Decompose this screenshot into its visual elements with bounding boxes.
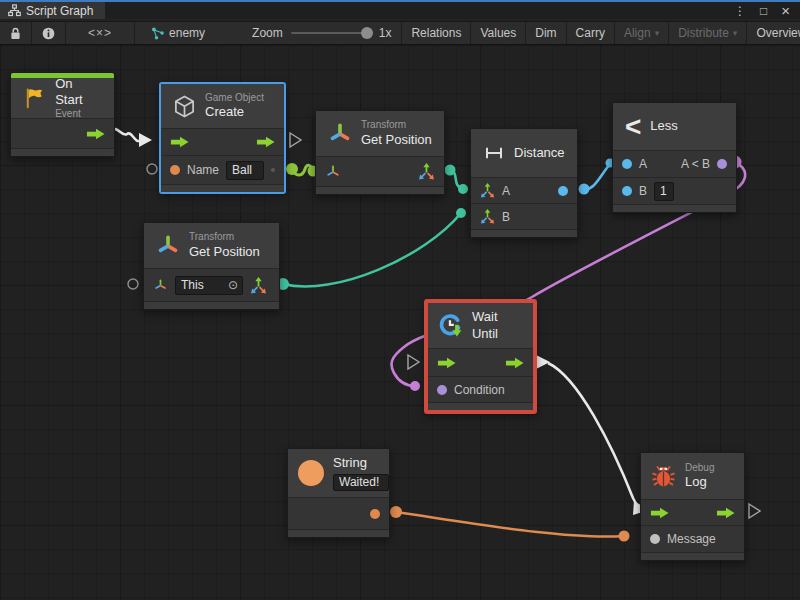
port-label-condition: Condition: [454, 383, 505, 397]
string-type-icon: [298, 460, 324, 486]
string-value-field[interactable]: [333, 474, 389, 491]
relations-button[interactable]: Relations: [401, 22, 471, 44]
port-label-b: B: [639, 184, 647, 198]
node-footer: [471, 229, 577, 237]
node-debug-log[interactable]: Debug Log Message: [640, 452, 745, 561]
distance-icon: [483, 145, 505, 161]
overview-button[interactable]: Overview: [747, 22, 800, 44]
wire-create-to-getposition[interactable]: [286, 163, 319, 177]
window-close-icon[interactable]: ×: [781, 2, 790, 19]
node-get-position-left[interactable]: Transform Get Position ⊙: [143, 222, 280, 310]
lock-icon: [10, 27, 21, 40]
node-footer: [613, 204, 736, 212]
target-value-field[interactable]: [176, 277, 228, 294]
message-input-port[interactable]: [650, 534, 660, 544]
vector3-input-port-a[interactable]: [480, 183, 495, 198]
node-on-start[interactable]: On Start Event: [10, 72, 115, 157]
transform-icon: [328, 122, 352, 146]
node-footer: [288, 529, 389, 537]
less-than-icon: <: [625, 113, 641, 141]
tab-script-graph[interactable]: Script Graph: [0, 2, 105, 19]
less-input-a-port[interactable]: [622, 159, 632, 169]
node-title: Create: [205, 104, 264, 120]
distribute-dropdown[interactable]: Distribute ▾: [669, 22, 747, 44]
flow-out-marker-debuglog: [749, 504, 760, 518]
wire-waituntil-to-debuglog[interactable]: [536, 355, 649, 515]
port-label-message: Message: [667, 532, 716, 546]
flow-input-port[interactable]: [437, 357, 456, 369]
transform-input-port[interactable]: [153, 278, 168, 293]
condition-input-port[interactable]: [437, 385, 447, 395]
node-title: On Start: [55, 76, 102, 109]
inspect-button[interactable]: [32, 22, 66, 44]
unconnected-port-create-name[interactable]: [147, 164, 157, 174]
zoom-slider[interactable]: [291, 32, 371, 34]
object-picker-icon[interactable]: ⊙: [228, 278, 238, 292]
align-dropdown[interactable]: Align ▾: [615, 22, 669, 44]
window-maximize-icon[interactable]: □: [760, 4, 767, 18]
node-create[interactable]: Game Object Create Name: [160, 83, 285, 193]
flow-output-port[interactable]: [256, 136, 275, 148]
node-footer: [11, 148, 114, 156]
distance-output-port[interactable]: [558, 186, 568, 196]
dim-button[interactable]: Dim: [526, 22, 566, 44]
flow-output-port[interactable]: [505, 357, 524, 369]
wire-getposition-to-distance-b[interactable]: [277, 208, 466, 290]
node-subtitle: Event: [55, 108, 102, 121]
graph-breadcrumb[interactable]: enemy: [135, 22, 214, 44]
vector3-output-port[interactable]: [250, 277, 267, 294]
unity-script-graph-window: Script Graph ⋮ □ × <×>: [0, 0, 800, 600]
node-distance[interactable]: Distance A B: [470, 128, 578, 238]
graph-canvas[interactable]: On Start Event Game Object Create: [0, 45, 800, 600]
node-title: Get Position: [361, 132, 432, 148]
wire-string-to-debuglog[interactable]: [390, 506, 630, 542]
node-category: Game Object: [205, 92, 264, 105]
lock-button[interactable]: [0, 22, 32, 44]
node-title: Less: [650, 118, 677, 134]
name-input-port[interactable]: [170, 165, 180, 175]
values-button[interactable]: Values: [471, 22, 526, 44]
vector3-output-port[interactable]: [418, 163, 435, 180]
string-output-port[interactable]: [370, 509, 380, 519]
node-string[interactable]: String: [287, 448, 390, 538]
wire-getposition-to-distance-a[interactable]: [445, 165, 469, 195]
flow-input-port[interactable]: [650, 507, 669, 519]
less-input-b-port[interactable]: [622, 186, 632, 196]
less-output-port[interactable]: [717, 159, 727, 169]
transform-input-port[interactable]: [325, 164, 341, 180]
wire-onstart-to-create[interactable]: [112, 129, 152, 147]
tab-title: Script Graph: [26, 4, 93, 18]
node-less[interactable]: < Less A A < B B: [612, 102, 737, 213]
node-category: Transform: [189, 231, 260, 244]
target-field-wrap: ⊙: [175, 276, 243, 295]
node-get-position-top[interactable]: Transform Get Position: [315, 110, 445, 195]
node-footer: [428, 402, 533, 410]
flow-output-port[interactable]: [86, 128, 105, 140]
wire-distance-to-less[interactable]: [579, 159, 615, 195]
flow-out-marker-create: [290, 133, 301, 147]
gameobject-output-port[interactable]: [271, 162, 275, 178]
title-bar: Script Graph ⋮ □ ×: [0, 0, 800, 19]
carry-button[interactable]: Carry: [567, 22, 615, 44]
port-label-b: B: [502, 210, 510, 224]
node-footer: [641, 552, 744, 560]
node-footer: [316, 186, 444, 194]
graph-name: enemy: [169, 26, 205, 40]
node-title: Wait Until: [472, 309, 523, 342]
node-footer: [144, 301, 279, 309]
name-value-field[interactable]: [226, 161, 264, 180]
edit-source-button[interactable]: <×>: [66, 22, 135, 44]
unconnected-port-getposition-target[interactable]: [128, 279, 138, 289]
flow-output-port[interactable]: [716, 507, 735, 519]
transform-icon: [156, 234, 180, 258]
graph-hierarchy-icon: [8, 4, 21, 17]
node-title: String: [333, 455, 389, 471]
wait-clock-icon: [438, 312, 463, 339]
less-b-value-field[interactable]: [654, 182, 674, 201]
flow-input-port[interactable]: [170, 136, 189, 148]
vector3-input-port-b[interactable]: [480, 209, 495, 224]
node-wait-until[interactable]: Wait Until Condition: [425, 300, 536, 413]
window-menu-icon[interactable]: ⋮: [734, 4, 746, 18]
zoom-slider-knob[interactable]: [361, 27, 373, 39]
chevron-down-icon: ▾: [733, 28, 738, 38]
